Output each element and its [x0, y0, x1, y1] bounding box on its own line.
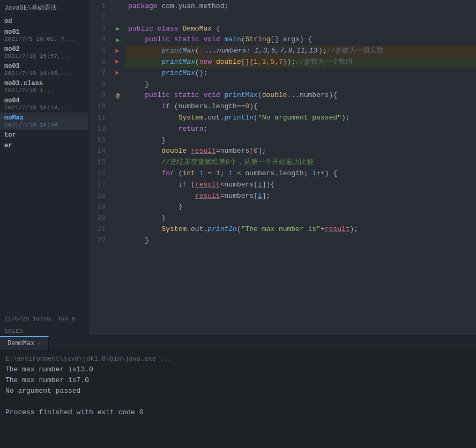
- sidebar-item-mo02[interactable]: mo02 2021/7/10 15:57,...: [0, 44, 88, 61]
- code-lines[interactable]: package com.yuan.method; public class De…: [126, 0, 476, 335]
- code-line-10: if (numbers.length==0){: [126, 101, 476, 113]
- sidebar: JavaSE\基础语法 od mo01 2021/7/5 20:02, 7...…: [0, 0, 88, 335]
- code-line-22: }: [126, 235, 476, 247]
- sidebar-item-mo03[interactable]: mo03 2021/7/10 16:05,...: [0, 61, 88, 78]
- code-line-20: }: [126, 213, 476, 224]
- code-line-19: }: [126, 201, 476, 213]
- code-line-17: if (result<numbers[i]){: [126, 180, 476, 191]
- code-line-14: double result=numbers[0];: [126, 146, 476, 157]
- console-output-3: No argument passed: [5, 386, 471, 397]
- sidebar-item-mo04[interactable]: mo04 2021/7/10 18:13,...: [0, 95, 88, 113]
- code-line-21: System.out.println("The max number is"+r…: [126, 224, 476, 235]
- tab-label: DemoMax: [8, 340, 34, 347]
- console-output-1: The max number is13.0: [5, 364, 471, 375]
- code-line-9: public static void printMax(double...num…: [126, 90, 476, 101]
- red-arrow-6: ➤: [114, 57, 120, 68]
- line-numbers: 1 2 3 4 5 6 7 8 9 10 11 12 13 14 15 16 1…: [88, 0, 110, 335]
- bottom-tabs: DemoMax ×: [0, 336, 476, 350]
- code-line-3: public class DemoMax {: [126, 24, 476, 35]
- sidebar-item-momax[interactable]: moMax 2021/7/10 18:30: [0, 113, 88, 130]
- sidebar-section-soles: soles: [0, 326, 88, 335]
- main-area: JavaSE\基础语法 od mo01 2021/7/5 20:02, 7...…: [0, 0, 476, 335]
- code-line-5: printMax( ...numbers: 1,3,5,7,9,11,13);/…: [126, 46, 476, 57]
- annotation-at-9: @: [116, 93, 120, 99]
- console-path: E:\environment\java\jdk1.8\bin\java.exe …: [5, 354, 471, 364]
- gutter: ▶ ▶ ➤ ➤ ➤ @: [110, 0, 126, 335]
- sidebar-item-mo03class[interactable]: mo03.class 2021/7/10 1...: [0, 78, 88, 95]
- code-line-12: return;: [126, 124, 476, 135]
- console-exit: Process finished with exit code 0: [5, 407, 471, 418]
- console-output-2: The max number is7.0: [5, 375, 471, 386]
- sidebar-header: JavaSE\基础语法: [0, 0, 88, 16]
- code-content: 1 2 3 4 5 6 7 8 9 10 11 12 13 14 15 16 1…: [88, 0, 476, 335]
- code-line-8: }: [126, 79, 476, 91]
- code-line-15: //把结果变量赋给第0个，从第一个开始遍历比较: [126, 157, 476, 168]
- red-arrow-5: ➤: [114, 46, 120, 57]
- breakpoint-arrow-4[interactable]: ▶: [116, 36, 120, 43]
- code-line-16: for (int i = 1; i < numbers.length; i++)…: [126, 168, 476, 180]
- code-line-18: result=numbers[i];: [126, 191, 476, 202]
- console-blank: [5, 397, 471, 407]
- console-output: E:\environment\java\jdk1.8\bin\java.exe …: [0, 350, 476, 448]
- breakpoint-arrow-3[interactable]: ▶: [116, 25, 120, 32]
- code-line-4: public static void main(String[] args) {: [126, 34, 476, 46]
- code-line-11: System.out.println("No argument passed")…: [126, 113, 476, 124]
- code-line-6: printMax(new double[]{1,3,5,7});//参数为一个数…: [126, 57, 476, 68]
- sidebar-item-tor[interactable]: tor: [0, 130, 88, 140]
- code-line-1: package com.yuan.method;: [126, 1, 476, 12]
- red-arrow-7: ➤: [114, 68, 120, 79]
- bottom-panel: DemoMax × E:\environment\java\jdk1.8\bin…: [0, 335, 476, 448]
- code-editor: 1 2 3 4 5 6 7 8 9 10 11 12 13 14 15 16 1…: [88, 0, 476, 335]
- sidebar-item-er[interactable]: er: [0, 140, 88, 151]
- close-icon[interactable]: ×: [38, 341, 41, 347]
- sidebar-item-mo01[interactable]: mo01 2021/7/5 20:02, 7...: [0, 27, 88, 44]
- code-line-7: printMax();: [126, 68, 476, 79]
- code-line-13: }: [126, 135, 476, 146]
- tab-demomax[interactable]: DemoMax ×: [0, 336, 49, 350]
- file-info: 21/6/29 18:55, 456 B: [0, 314, 88, 324]
- code-line-2: [126, 12, 476, 24]
- sidebar-item-od[interactable]: od: [0, 16, 88, 27]
